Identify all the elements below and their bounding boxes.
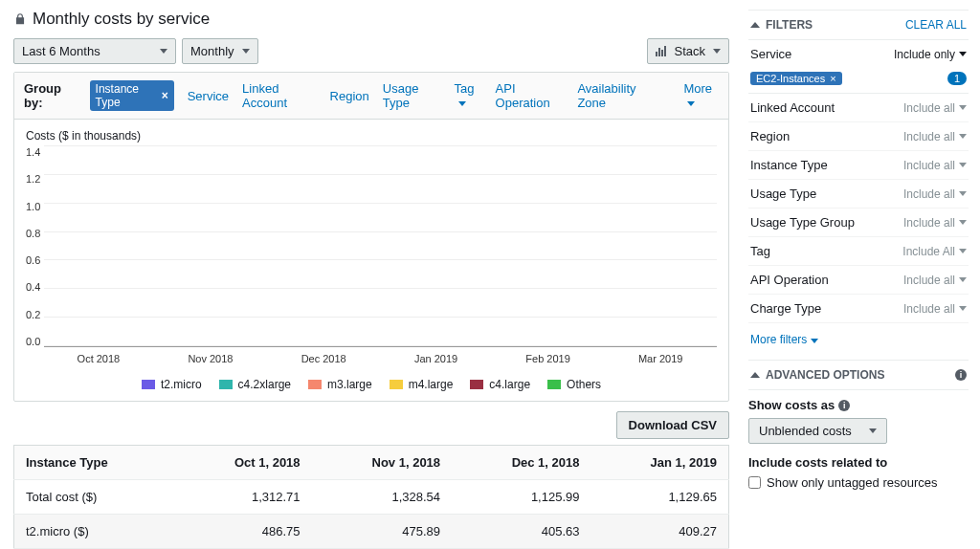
- chevron-down-icon: [959, 191, 967, 196]
- filter-linked-account[interactable]: Linked AccountInclude all: [748, 94, 969, 122]
- chevron-down-icon: [242, 49, 250, 54]
- date-range-dropdown[interactable]: Last 6 Months: [13, 38, 176, 64]
- legend-item-c4.2xlarge[interactable]: c4.2xlarge: [219, 378, 291, 391]
- filter-state[interactable]: Include All: [902, 245, 967, 258]
- filter-count-pill: 1: [947, 72, 967, 85]
- legend-item-Others[interactable]: Others: [547, 378, 601, 391]
- legend-swatch: [390, 380, 403, 389]
- filters-heading: FILTERS CLEAR ALL: [748, 10, 969, 40]
- groupby-more[interactable]: More: [683, 81, 719, 110]
- close-icon[interactable]: ×: [162, 89, 168, 102]
- groupby-option-api-operation[interactable]: API Operation: [496, 81, 565, 110]
- costs-table: Instance TypeOct 1, 2018Nov 1, 2018Dec 1…: [13, 445, 729, 549]
- lock-icon: [13, 12, 27, 26]
- x-tick: Feb 2019: [525, 353, 569, 364]
- clear-all-link[interactable]: CLEAR ALL: [905, 18, 967, 32]
- x-tick: Oct 2018: [78, 353, 121, 364]
- chevron-down-icon: [959, 134, 967, 139]
- filter-service-state[interactable]: Include only: [894, 48, 967, 61]
- chevron-down-icon: [959, 249, 967, 253]
- legend-item-c4.large[interactable]: c4.large: [470, 378, 530, 391]
- controls-row: Last 6 Months Monthly Stack: [13, 38, 729, 64]
- x-tick: Dec 2018: [301, 353, 346, 364]
- chevron-down-icon: [959, 105, 967, 110]
- groupby-option-tag[interactable]: Tag: [455, 81, 482, 110]
- untagged-checkbox-row[interactable]: Show only untagged resources: [748, 475, 969, 490]
- table-header: Instance Type: [14, 446, 176, 480]
- filter-instance-type[interactable]: Instance TypeInclude all: [748, 151, 969, 180]
- filter-region[interactable]: RegionInclude all: [748, 122, 969, 151]
- x-tick: Jan 2019: [414, 353, 457, 364]
- filter-state[interactable]: Include all: [903, 101, 967, 115]
- untagged-checkbox[interactable]: [748, 476, 761, 489]
- sidebar: FILTERS CLEAR ALL Service Include only E…: [743, 0, 980, 549]
- filter-tag[interactable]: TagInclude All: [748, 237, 969, 266]
- filter-service[interactable]: Service Include only: [748, 40, 969, 68]
- page-title: Monthly costs by service: [13, 10, 729, 29]
- collapse-icon[interactable]: [750, 372, 760, 378]
- chart-x-axis: Oct 2018Nov 2018Dec 2018Jan 2019Feb 2019…: [26, 353, 717, 364]
- groupby-option-az[interactable]: Availability Zone: [577, 81, 657, 110]
- filter-state[interactable]: Include all: [903, 274, 967, 287]
- filter-usage-type-group[interactable]: Usage Type GroupInclude all: [748, 209, 969, 237]
- filter-service-chip-row: EC2-Instances× 1: [748, 68, 969, 94]
- table-header: Jan 1, 2019: [591, 446, 729, 480]
- chevron-down-icon: [959, 220, 967, 225]
- x-tick: Mar 2019: [638, 353, 682, 364]
- chevron-down-icon: [160, 49, 167, 54]
- chart-plot: [44, 146, 717, 347]
- chevron-down-icon: [869, 428, 877, 433]
- table-row: Total cost ($)1,312.711,328.541,125.991,…: [14, 480, 729, 515]
- groupby-option-usage-type[interactable]: Usage Type: [383, 81, 441, 110]
- groupby-option-region[interactable]: Region: [330, 89, 369, 103]
- info-icon[interactable]: i: [955, 369, 967, 381]
- granularity-dropdown[interactable]: Monthly: [182, 38, 258, 64]
- chart-panel: Group by: Instance Type × Service Linked…: [13, 72, 729, 402]
- page-title-text: Monthly costs by service: [33, 10, 210, 29]
- legend-swatch: [308, 380, 322, 389]
- collapse-icon[interactable]: [750, 22, 760, 28]
- filter-charge-type[interactable]: Charge TypeInclude all: [748, 295, 969, 323]
- chevron-down-icon: [959, 163, 967, 167]
- groupby-option-service[interactable]: Service: [188, 89, 229, 103]
- legend-swatch: [470, 380, 483, 389]
- chevron-down-icon: [959, 277, 967, 282]
- show-costs-label: Show costs asi: [748, 398, 969, 412]
- table-row: t2.micro ($)486.75475.89405.63409.27: [14, 515, 729, 549]
- legend-swatch: [547, 380, 561, 389]
- chart-y-title: Costs ($ in thousands): [26, 129, 717, 143]
- groupby-bar: Group by: Instance Type × Service Linked…: [14, 73, 728, 120]
- chart-y-axis: 1.41.21.00.80.60.40.20.0: [26, 146, 44, 347]
- table-header: Dec 1, 2018: [452, 446, 590, 480]
- filter-state[interactable]: Include all: [903, 216, 967, 230]
- legend-item-t2.micro[interactable]: t2.micro: [142, 378, 202, 391]
- include-costs-label: Include costs related to: [748, 455, 969, 470]
- filter-chip-ec2[interactable]: EC2-Instances×: [750, 72, 842, 85]
- legend-item-m4.large[interactable]: m4.large: [390, 378, 454, 391]
- legend-swatch: [142, 380, 155, 389]
- stacked-bar-icon: [656, 46, 666, 56]
- chart-bars: [44, 146, 717, 346]
- groupby-active-chip[interactable]: Instance Type ×: [90, 80, 174, 111]
- info-icon[interactable]: i: [838, 400, 850, 411]
- x-tick: Nov 2018: [188, 353, 233, 364]
- filter-state[interactable]: Include all: [903, 159, 967, 172]
- filter-state[interactable]: Include all: [903, 130, 967, 143]
- chart-legend: t2.microc4.2xlargem3.largem4.largec4.lar…: [26, 378, 717, 391]
- filter-api-operation[interactable]: API OperationInclude all: [748, 266, 969, 295]
- show-costs-dropdown[interactable]: Unblended costs: [748, 418, 887, 444]
- groupby-option-linked-account[interactable]: Linked Account: [242, 81, 317, 110]
- table-header: Nov 1, 2018: [312, 446, 453, 480]
- more-filters-link[interactable]: More filters: [748, 323, 969, 356]
- chart-mode-dropdown[interactable]: Stack: [647, 38, 729, 64]
- filter-usage-type[interactable]: Usage TypeInclude all: [748, 180, 969, 209]
- filter-state[interactable]: Include all: [903, 187, 967, 201]
- chevron-down-icon: [959, 52, 967, 56]
- advanced-heading: ADVANCED OPTIONS i: [748, 360, 969, 390]
- chevron-down-icon: [959, 306, 967, 311]
- close-icon[interactable]: ×: [830, 73, 835, 84]
- filter-state[interactable]: Include all: [903, 302, 967, 316]
- chevron-down-icon: [811, 339, 818, 343]
- download-csv-button[interactable]: Download CSV: [616, 411, 729, 439]
- legend-item-m3.large[interactable]: m3.large: [308, 378, 372, 391]
